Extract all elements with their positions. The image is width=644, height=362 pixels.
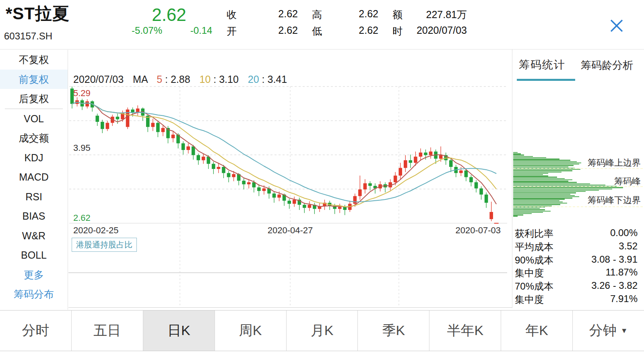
stock-chart-screen: *ST拉夏 603157.SH 2.62 -5.07% -0.14 收 2.62… (0, 0, 644, 362)
sidebar-item-boll[interactable]: BOLL (0, 245, 68, 265)
tab-five-day[interactable]: 五日 (72, 311, 143, 351)
sidebar-item-wr[interactable]: W&R (0, 226, 68, 246)
tab-daily-k[interactable]: 日K (143, 311, 215, 351)
indicator-sidebar: 不复权 前复权 后复权 VOL 成交额 KDJ MACD RSI BIAS W&… (0, 50, 68, 310)
sidebar-item-bias[interactable]: BIAS (0, 206, 68, 226)
avg-cost-label: 平均成本 (515, 241, 553, 253)
crosshair-date: 2020/07/03 (73, 74, 124, 85)
y-axis-label-low: 2.62 (73, 213, 91, 223)
open-label: 开 (227, 25, 237, 38)
amount-label: 额 (392, 8, 402, 21)
sidebar-item-kdj[interactable]: KDJ (0, 148, 68, 168)
ma10-period: 10 (200, 74, 211, 85)
ma-title: MA (133, 74, 147, 85)
low-label: 低 (312, 25, 322, 38)
stat-row: 集中度 11.87% (512, 267, 644, 280)
ma5-period: 5 (157, 74, 162, 85)
sidebar-item-vol[interactable]: VOL (0, 109, 68, 129)
avg-cost-value: 3.52 (619, 241, 638, 252)
candlestick-chart[interactable] (68, 49, 512, 308)
cost70-label: 70%成本 (515, 280, 553, 293)
high-value: 2.62 (338, 8, 378, 20)
x-axis-label-end: 2020-07-03 (455, 225, 501, 236)
stock-name: *ST拉夏 (6, 2, 70, 25)
period-tab-bar: 分时 五日 日K 周K 月K 季K 半年K 年K 分钟 ▼ (0, 310, 644, 351)
hk-connect-holdings-button[interactable]: 港股通持股占比 (72, 238, 137, 252)
chip-panel: 筹码统计 筹码龄分析 筹码峰上边界 筹码峰 筹码峰下边界 获利比率 0.00% … (512, 49, 644, 308)
stock-code: 603157.SH (4, 31, 52, 42)
sidebar-item-no-adjust[interactable]: 不复权 (0, 50, 68, 70)
tab-quarterly-k[interactable]: 季K (358, 311, 429, 351)
sidebar-item-more[interactable]: 更多 (0, 265, 68, 285)
ma-info-line: 2020/07/03 MA 5 : 2.88 10 : 3.10 20 : 3.… (73, 74, 287, 85)
stat-row: 集中度 7.91% (512, 293, 644, 306)
change-percent: -5.07% (125, 25, 169, 36)
sidebar-item-chip-distribution[interactable]: 筹码分布 (0, 284, 68, 304)
active-tab-underline (517, 79, 575, 81)
high-label: 高 (312, 8, 322, 21)
low-value: 2.62 (338, 25, 378, 36)
ma10-value: 3.10 (219, 74, 239, 85)
concentration70-label: 集中度 (515, 293, 544, 306)
chip-peak-lower-label: 筹码峰下边界 (588, 194, 641, 206)
profit-ratio-label: 获利比率 (515, 227, 553, 240)
tab-monthly-k[interactable]: 月K (287, 311, 358, 351)
cost70-value: 3.26 - 3.82 (591, 280, 638, 291)
stat-row: 90%成本 3.08 - 3.91 (512, 254, 644, 267)
tab-weekly-k[interactable]: 周K (215, 311, 287, 351)
change-absolute: -0.14 (183, 25, 219, 36)
x-axis-label-start: 2020-02-25 (73, 225, 119, 236)
open-value: 2.62 (258, 25, 298, 36)
cost90-value: 3.08 - 3.91 (591, 254, 638, 265)
chevron-down-icon: ▼ (621, 327, 628, 335)
profit-ratio-value: 0.00% (610, 227, 638, 239)
stat-row: 获利比率 0.00% (512, 227, 644, 241)
amount-value: 227.81万 (411, 8, 467, 21)
x-axis-label-mid: 2020-04-27 (268, 225, 313, 236)
ma20-period: 20 (248, 74, 259, 85)
tab-minute[interactable]: 分钟 ▼ (573, 311, 644, 351)
y-axis-label-high: 5.29 (73, 88, 91, 99)
sidebar-item-turnover[interactable]: 成交额 (0, 128, 68, 148)
main-chart-area: 2020/07/03 MA 5 : 2.88 10 : 3.10 20 : 3.… (68, 49, 512, 308)
quote-header: *ST拉夏 603157.SH 2.62 -5.07% -0.14 收 2.62… (0, 0, 644, 49)
stat-row: 平均成本 3.52 (512, 241, 644, 254)
stat-row: 70%成本 3.26 - 3.82 (512, 280, 644, 293)
concentration90-value: 11.87% (605, 267, 638, 278)
chip-peak-lower-line (513, 206, 643, 207)
close-icon[interactable] (608, 17, 625, 35)
chip-peak-upper-label: 筹码峰上边界 (588, 157, 641, 169)
sidebar-item-forward-adjust[interactable]: 前复权 (0, 70, 68, 89)
chip-peak-label: 筹码峰 (614, 175, 641, 187)
tab-half-year-k[interactable]: 半年K (429, 311, 501, 351)
sidebar-item-rsi[interactable]: RSI (0, 187, 68, 207)
time-label: 时 (392, 25, 402, 38)
tab-intraday[interactable]: 分时 (0, 311, 72, 351)
tab-chip-age-analysis[interactable]: 筹码龄分析 (581, 58, 633, 72)
time-value: 2020/07/03 (407, 25, 467, 36)
last-price: 2.62 (133, 5, 205, 25)
concentration70-value: 7.91% (610, 293, 638, 304)
tab-chip-statistics[interactable]: 筹码统计 (519, 58, 566, 72)
y-axis-label-mid: 3.95 (73, 143, 91, 153)
sidebar-item-backward-adjust[interactable]: 后复权 (0, 89, 68, 109)
cost90-label: 90%成本 (515, 254, 553, 267)
close-value: 2.62 (258, 8, 298, 20)
close-label: 收 (227, 8, 237, 21)
tab-yearly-k[interactable]: 年K (501, 311, 573, 351)
sidebar-item-macd[interactable]: MACD (0, 167, 68, 187)
ma5-value: 2.88 (171, 74, 190, 85)
ma20-value: 3.41 (268, 74, 287, 85)
concentration90-label: 集中度 (515, 267, 544, 280)
